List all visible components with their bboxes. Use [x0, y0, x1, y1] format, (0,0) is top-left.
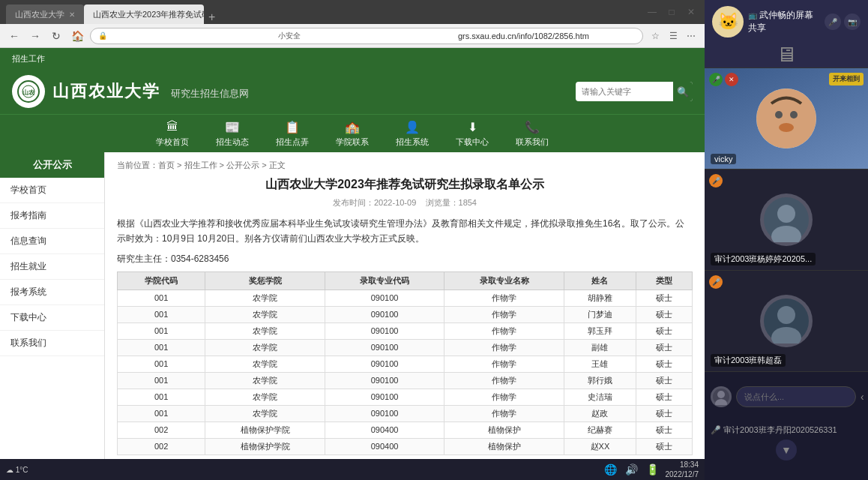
volume-icon[interactable]: 🔊	[624, 461, 640, 478]
table-cell: 农学院	[205, 372, 325, 388]
breadcrumb-text: 当前位置：首页 > 招生工作 > 公开公示 > 正文	[117, 160, 286, 170]
svg-point-8	[777, 205, 795, 223]
scroll-down-button[interactable]: ▼	[776, 440, 797, 460]
table-cell: 001	[118, 405, 205, 422]
chat-input[interactable]	[736, 386, 856, 407]
security-label: 小安全	[278, 31, 455, 41]
uni-content: 公开公示 学校首页 报考指南 信息查询 招生就业 报考系统 下载中心 联系我们 …	[0, 152, 705, 480]
sidebar-item-download[interactable]: 下载中心	[0, 305, 104, 331]
search-input[interactable]	[576, 87, 673, 96]
audit-li-name: 审计2003班李丹阳2020526331	[723, 425, 837, 434]
vicky-badge: 开来相到	[829, 73, 864, 86]
table-cell: 硕士	[636, 405, 693, 422]
table-cell: 硕士	[636, 339, 693, 356]
sidebar-item-contact[interactable]: 联系我们	[0, 331, 104, 356]
sidebar-item-employment[interactable]: 招生就业	[0, 254, 104, 280]
share-avatar: 🐱	[712, 6, 744, 38]
yang-icons: 🎤	[709, 174, 723, 188]
tab-1-close[interactable]: ✕	[69, 10, 75, 19]
screen-share-card: 🐱 📺 武仲畅的屏幕共享 🎤 📷 🖥	[705, 0, 868, 68]
table-cell: 赵XX	[564, 438, 636, 454]
yang-name: 审计2003班杨婷婷20205...	[711, 253, 816, 266]
taskbar-left: ☁ 1°C	[6, 466, 28, 474]
table-cell: 郭行娥	[564, 372, 636, 388]
table-cell: 090100	[325, 322, 444, 339]
maximize-icon[interactable]: □	[664, 4, 679, 20]
search-button[interactable]: 🔍	[673, 82, 693, 101]
news-nav-icon: 📰	[222, 119, 243, 134]
share-label: 📺 武仲畅的屏幕共享	[748, 9, 820, 34]
table-cell: 植物保护学院	[205, 438, 325, 454]
college-nav-icon: 🏫	[342, 119, 363, 134]
home-nav-icon: 🏛	[162, 119, 183, 134]
vicky-mic-icon: 🎤	[709, 73, 723, 86]
table-cell: 001	[118, 372, 205, 388]
back-button[interactable]: ←	[6, 28, 22, 44]
participant-card-vicky: 🎤 ✕ 开来相到 vicky	[705, 68, 868, 169]
scroll-down-area: ▼	[705, 439, 868, 461]
nav-item-download[interactable]: ⬇ 下载中心	[442, 115, 502, 152]
settings-icon[interactable]: ⋯	[684, 28, 699, 44]
breadcrumb: 当前位置：首页 > 招生工作 > 公开公示 > 正文	[117, 160, 693, 171]
reload-button[interactable]: ↻	[48, 28, 64, 44]
mic-icon[interactable]: 🎤	[825, 14, 841, 30]
table-cell: 硕士	[636, 438, 693, 454]
sidebar-item-query[interactable]: 信息查询	[0, 229, 104, 254]
table-cell: 硕士	[636, 388, 693, 405]
tab-1[interactable]: 山西农业大学 ✕	[6, 4, 84, 24]
yang-mic-icon: 🎤	[709, 174, 723, 188]
contact-nav-icon: 📞	[522, 119, 543, 134]
tab-1-label: 山西农业大学	[15, 9, 64, 20]
table-cell: 作物学	[444, 322, 564, 339]
yang-avatar	[760, 194, 813, 246]
university-site: 招生工作 山农 山西农业大学 研究生招生信息网	[0, 48, 705, 480]
close-window-icon[interactable]: ✕	[684, 4, 699, 20]
nav-item-home[interactable]: 🏛 学校首页	[142, 115, 202, 152]
nav-item-news[interactable]: 📰 招生动态	[202, 115, 262, 152]
uni-logo: 山农 山西农业大学 研究生招生信息网	[12, 75, 249, 108]
nav-item-college[interactable]: 🏫 学院联系	[322, 115, 382, 152]
table-row: 001农学院090100作物学郭行娥硕士	[118, 372, 693, 388]
col-header-name: 姓名	[564, 272, 636, 290]
minimize-icon[interactable]: —	[645, 4, 660, 20]
contact-text: 研究生主任：0354-6283456	[117, 254, 229, 264]
uni-nav: 🏛 学校首页 📰 招生动态 📋 招生点弄 🏫 学院联系 👤 招生系统 ⬇	[0, 114, 705, 152]
search-box[interactable]: 🔍	[576, 82, 693, 101]
nav-item-system[interactable]: 👤 招生系统	[382, 115, 442, 152]
col-header-major-name: 录取专业名称	[444, 272, 564, 290]
col-header-college: 奖惩学院	[205, 272, 325, 290]
nav-item-contact[interactable]: 📞 联系我们	[502, 115, 562, 152]
browser-tabs: 山西农业大学 ✕ 山西农业大学2023年推荐免试研究生... ✕ +	[6, 0, 220, 24]
nav-item-info[interactable]: 📋 招生点弄	[262, 115, 322, 152]
chat-expand-button[interactable]: ‹	[861, 388, 864, 405]
tab-2-label: 山西农业大学2023年推荐免试研究生...	[93, 9, 204, 20]
cam-icon[interactable]: 📷	[844, 14, 861, 30]
forward-button[interactable]: →	[27, 28, 43, 44]
table-cell: 植物保护	[444, 422, 564, 438]
svg-point-5	[790, 111, 798, 118]
home-button[interactable]: 🏠	[69, 28, 85, 44]
sidebar-item-guide[interactable]: 报考指南	[0, 203, 104, 229]
table-cell: 作物学	[444, 356, 564, 372]
sidebar: 公开公示 学校首页 报考指南 信息查询 招生就业 报考系统 下载中心 联系我们	[0, 152, 105, 480]
network-icon[interactable]: 🌐	[603, 461, 619, 478]
table-cell: 001	[118, 356, 205, 372]
table-row: 001农学院090100作物学史洁瑞硕士	[118, 388, 693, 405]
battery-icon[interactable]: 🔋	[645, 461, 661, 478]
url-text: grs.sxau.edu.cn/info/1082/2856.htm	[458, 32, 635, 40]
new-tab-button[interactable]: +	[204, 10, 220, 24]
weather-display: ☁ 1°C	[6, 466, 28, 474]
sidebar-item-home[interactable]: 学校首页	[0, 178, 104, 203]
collections-icon[interactable]: ☰	[666, 28, 681, 44]
table-cell: 硕士	[636, 306, 693, 322]
table-row: 002植物保护学院090400植物保护赵XX硕士	[118, 438, 693, 454]
table-cell: 植物保护学院	[205, 422, 325, 438]
audit-li-icon: 🎤	[711, 425, 721, 434]
star-icon[interactable]: ☆	[648, 28, 663, 44]
uni-header: 山农 山西农业大学 研究生招生信息网 🔍	[0, 69, 705, 114]
sidebar-item-enroll[interactable]: 报考系统	[0, 280, 104, 305]
table-cell: 植物保护	[444, 438, 564, 454]
tab-2[interactable]: 山西农业大学2023年推荐免试研究生... ✕	[84, 4, 204, 24]
address-bar[interactable]: 🔒 小安全 grs.sxau.edu.cn/info/1082/2856.htm	[90, 28, 643, 44]
system-nav-icon: 👤	[402, 119, 423, 134]
